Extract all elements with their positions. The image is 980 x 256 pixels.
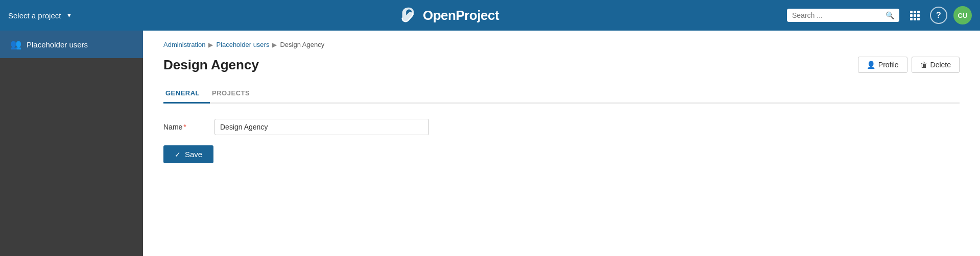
profile-button[interactable]: 👤 Profile xyxy=(858,57,907,73)
profile-icon: 👤 xyxy=(867,61,875,69)
topbar: Select a project ▼ OpenProject 🔍 ? CU xyxy=(0,0,980,31)
delete-label: Delete xyxy=(930,61,951,69)
required-indicator: * xyxy=(183,123,186,131)
project-selector-label: Select a project xyxy=(8,11,61,20)
search-icon: 🔍 xyxy=(886,11,894,19)
sidebar-item-label: Placeholder users xyxy=(27,40,88,49)
topbar-center: OpenProject xyxy=(110,6,787,25)
save-label: Save xyxy=(185,150,202,159)
logo: OpenProject xyxy=(398,6,499,25)
check-icon: ✓ xyxy=(175,150,181,159)
project-selector[interactable]: Select a project ▼ xyxy=(8,11,110,20)
main-layout: 👥 Placeholder users Administration ▶ Pla… xyxy=(0,31,980,256)
name-input[interactable] xyxy=(214,119,429,135)
form-group-name: Name* xyxy=(163,119,960,135)
search-input[interactable] xyxy=(792,11,881,19)
chevron-down-icon: ▼ xyxy=(66,12,72,19)
header-actions: 👤 Profile 🗑 Delete xyxy=(858,57,960,73)
breadcrumb-placeholder-users[interactable]: Placeholder users xyxy=(216,41,269,48)
sidebar-item-placeholder-users[interactable]: 👥 Placeholder users xyxy=(0,31,143,58)
sidebar: 👥 Placeholder users xyxy=(0,31,143,256)
name-label: Name* xyxy=(163,123,204,131)
grid-icon xyxy=(910,11,920,20)
topbar-right: 🔍 ? CU xyxy=(787,6,972,24)
page-title: Design Agency xyxy=(163,57,259,73)
logo-icon xyxy=(398,6,418,25)
breadcrumb-current: Design Agency xyxy=(280,41,324,48)
page-header: Design Agency 👤 Profile 🗑 Delete xyxy=(163,57,960,73)
avatar[interactable]: CU xyxy=(953,6,972,24)
breadcrumb-sep-2: ▶ xyxy=(272,41,277,48)
search-box[interactable]: 🔍 xyxy=(787,9,899,22)
save-button[interactable]: ✓ Save xyxy=(163,145,213,163)
main-content: Administration ▶ Placeholder users ▶ Des… xyxy=(143,31,980,256)
breadcrumb: Administration ▶ Placeholder users ▶ Des… xyxy=(163,41,960,48)
tab-projects[interactable]: PROJECTS xyxy=(210,83,260,104)
people-icon: 👥 xyxy=(10,39,21,50)
profile-label: Profile xyxy=(878,61,899,69)
delete-button[interactable]: 🗑 Delete xyxy=(912,57,960,73)
tabs: GENERAL PROJECTS xyxy=(163,83,960,104)
tab-general[interactable]: GENERAL xyxy=(163,83,210,104)
breadcrumb-sep-1: ▶ xyxy=(208,41,213,48)
modules-button[interactable] xyxy=(905,6,924,24)
breadcrumb-administration[interactable]: Administration xyxy=(163,41,205,48)
trash-icon: 🗑 xyxy=(920,61,927,69)
help-button[interactable]: ? xyxy=(930,7,947,24)
logo-text: OpenProject xyxy=(423,8,499,23)
